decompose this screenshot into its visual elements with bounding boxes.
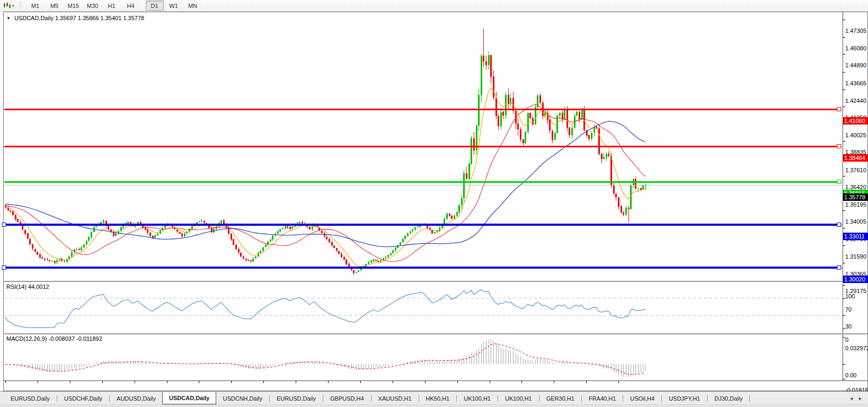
tab-separator [419,395,419,402]
candle-body [223,220,225,224]
candle-body [598,128,600,154]
line-handle[interactable] [837,266,841,270]
chart-tab-uk100-h1[interactable]: UK100,H1 [499,393,538,404]
candle-body [270,240,271,242]
chart-tab-eurusd-daily[interactable]: EURUSD,Daily [4,393,56,404]
tab-scroll-left-icon[interactable]: ◄ [849,396,854,401]
candle-body [39,254,41,258]
candle-body [279,229,281,232]
candle-body [539,95,541,103]
macd-axis-tick-label: 0.032972 [845,345,868,352]
candle-body [149,233,151,236]
candle-body [375,260,377,261]
macd-indicator-label: MACD(12,26,9) -0.008037 -0.011892 [6,335,102,342]
current-price-label: 1.35778 [843,193,868,201]
candle-body [299,222,300,223]
candle-body [483,56,484,61]
candle-body [463,173,465,199]
line-handle[interactable] [837,108,841,111]
chart-tab-usdcad-daily[interactable]: USDCAD,Daily [162,392,216,404]
candle-body [341,254,342,257]
candle-body [414,227,416,229]
candle-body [400,242,401,245]
chart-tab-gbpusd-h4[interactable]: GBPUSD,H4 [324,393,370,404]
candle-body [331,242,333,245]
candle-body [24,230,26,234]
line-handle[interactable] [2,266,6,270]
candle-body [61,259,63,261]
candle-body [360,268,362,270]
line-handle[interactable] [837,223,841,227]
tab-separator [707,395,707,402]
candle-body [508,95,509,104]
candle-body [529,113,531,119]
chart-tab-uk100-h1[interactable]: UK100,H1 [457,393,497,404]
candle-body [603,157,605,158]
line-handle[interactable] [837,145,841,148]
candle-body [154,235,156,237]
candle-body [628,208,630,209]
chart-tab-fra40-h1[interactable]: FRA40,H1 [582,393,622,404]
candle-body [495,98,497,116]
candle-body [17,219,19,222]
tab-scroll-right-icon[interactable]: ► [858,396,863,401]
price-line-label: 1.33011 [843,233,868,240]
candle-body [12,211,14,215]
line-handle[interactable] [2,223,6,227]
candle-body [498,116,499,126]
macd-axis-tick-label: 0.00 [845,372,856,379]
candle-body [601,154,603,159]
price-axis-tick-label: 1.31590 [845,253,866,260]
price-line-label: 1.38464 [843,154,868,162]
chart-canvas[interactable] [0,0,868,407]
candle-body [127,222,129,223]
candle-body [287,226,288,227]
candle-body [157,234,158,235]
status-strip [0,404,868,407]
rsi-axis-tick-label: 100 [845,293,855,300]
chart-tab-audusd-daily[interactable]: AUDUSD,Daily [110,393,162,404]
candle-body [329,239,330,242]
price-line-label: 1.30020 [843,276,868,283]
candle-body [49,260,50,261]
line-handle[interactable] [837,180,841,184]
candle-body [91,232,92,237]
candle-body [152,236,154,237]
chart-tab-xauusd-h1[interactable]: XAUUSD,H1 [372,393,418,404]
candle-body [191,226,193,229]
chart-tab-eurusd-daily[interactable]: EURUSD,Daily [270,393,322,404]
rsi-axis-tick-label: 0 [845,337,848,343]
candle-body [468,164,470,179]
chart-tab-hk50-h1[interactable]: HK50,H1 [420,393,456,404]
chart-tab-usoil-h4[interactable]: USOil,H4 [624,393,661,404]
chart-tab-ger30-h1[interactable]: GER30,H1 [540,393,581,404]
candle-body [517,123,519,129]
candle-body [370,261,372,262]
candle-body [267,242,269,245]
chart-tab-usdcnh-daily[interactable]: USDCNH,Daily [216,393,269,404]
chart-tab-usdjpy-h1[interactable]: USDJPY,H1 [662,393,706,404]
candle-body [29,239,31,245]
symbol-dropdown-icon[interactable]: ▼ [6,16,11,21]
candle-body [559,113,561,116]
candle-body [549,120,551,130]
candle-body [404,236,406,239]
candle-body [473,138,475,151]
candle-body [108,226,109,229]
candle-body [500,112,502,126]
candle-body [51,261,53,262]
candle-body [32,244,33,249]
candle-body [34,249,36,252]
candle-body [333,245,335,248]
candle-body [291,227,293,229]
chart-tab-usdchf-daily[interactable]: USDCHF,Daily [58,393,109,404]
candle-body [356,272,357,272]
chart-tab-dj30-daily[interactable]: DJ30,Daily [708,393,749,404]
candle-body [520,129,521,139]
candle-body [488,55,490,65]
candle-body [326,237,327,240]
candle-body [610,156,612,185]
candle-body [83,245,85,247]
candle-body [37,252,38,255]
candle-body [10,210,11,211]
